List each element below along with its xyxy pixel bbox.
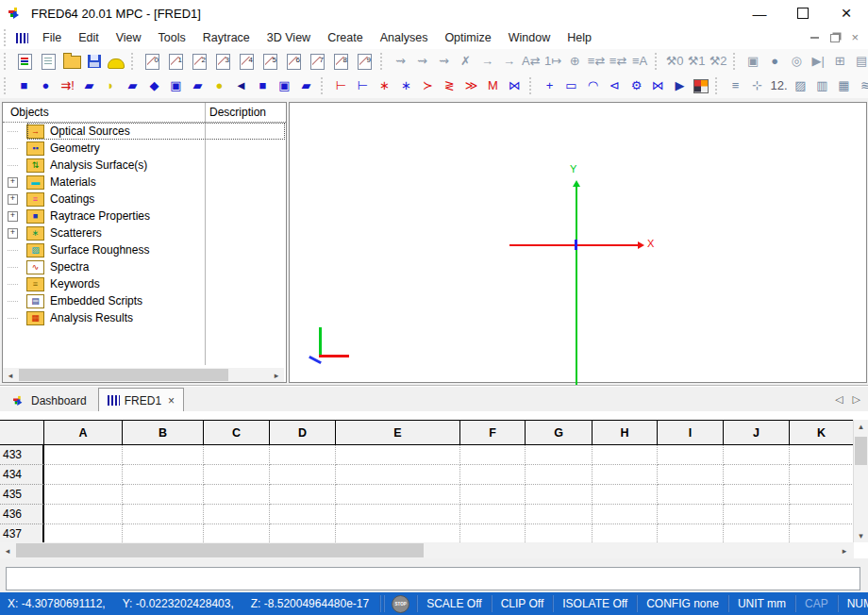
menu-create[interactable]: Create xyxy=(319,28,372,47)
row-header-433[interactable]: 433 xyxy=(0,445,44,465)
sheet-cell-e435[interactable] xyxy=(336,485,460,505)
status-toggle-scale-off[interactable]: SCALE Off xyxy=(419,597,489,610)
sheet-cell-j434[interactable] xyxy=(724,465,790,485)
create-halflens-icon[interactable]: ◗ xyxy=(100,75,122,96)
sheet-cell-d433[interactable] xyxy=(270,445,336,465)
mdi-close-button[interactable]: × xyxy=(851,33,859,42)
sheet-cell-g433[interactable] xyxy=(526,445,593,465)
tab-scroll-right-icon[interactable]: ▷ xyxy=(853,393,860,406)
sheet-cell-c437[interactable] xyxy=(204,524,270,544)
row-header-434[interactable]: 434 xyxy=(0,465,44,485)
delete-rays-icon[interactable]: ✗ xyxy=(455,51,476,72)
row-header-435[interactable]: 435 xyxy=(0,485,44,505)
comb-chart-icon[interactable]: ▥ xyxy=(811,75,833,96)
ray-plane-blue-icon[interactable]: ⊢ xyxy=(352,75,374,96)
ray-summary-list-icon[interactable]: ≡A xyxy=(629,51,651,72)
tree-item-keywords[interactable]: ≡Keywords xyxy=(3,275,286,292)
open-file-icon[interactable] xyxy=(63,56,81,69)
expand-icon[interactable]: + xyxy=(8,228,18,239)
sheet-vscroll-thumb[interactable] xyxy=(855,437,867,465)
sheet-cell-f436[interactable] xyxy=(460,505,526,524)
create-source-rays-icon[interactable]: ⇉! xyxy=(57,75,78,96)
sheet-hscroll-thumb[interactable] xyxy=(16,543,424,557)
sheet-cell-i433[interactable] xyxy=(658,445,724,465)
create-tube-icon[interactable]: ▰ xyxy=(295,75,317,96)
dart-tool-icon[interactable]: ▶ xyxy=(669,75,691,96)
raytrace-level-0-icon[interactable]: 0 xyxy=(145,54,159,70)
sheet-cell-h434[interactable] xyxy=(593,465,658,485)
ray-fan-red-icon[interactable]: ∗ xyxy=(374,75,395,96)
close-button[interactable]: × xyxy=(825,0,868,26)
raytrace-level-4-icon[interactable]: 4 xyxy=(240,54,254,70)
scroll-up-icon[interactable]: ▴ xyxy=(854,422,868,431)
ray-cross-icon[interactable]: ≫ xyxy=(460,75,482,96)
mdi-minimize-button[interactable] xyxy=(810,37,819,39)
menu-tools[interactable]: Tools xyxy=(150,28,194,47)
sheet-cell-k434[interactable] xyxy=(790,465,854,485)
menu-file[interactable]: File xyxy=(34,28,70,47)
menu-view[interactable]: View xyxy=(108,28,150,47)
fan-tool-icon[interactable]: ⊲ xyxy=(604,75,626,96)
status-toggle-config-none[interactable]: CONFIG none xyxy=(639,597,726,610)
menu-optimize[interactable]: Optimize xyxy=(436,28,499,47)
single-step-ray-icon[interactable]: 1↦ xyxy=(542,51,564,72)
sheet-cell-j433[interactable] xyxy=(724,445,790,465)
trace-and-render-icon[interactable]: ⇝ xyxy=(411,51,433,72)
twist-tool-icon[interactable]: ⋈ xyxy=(647,75,669,96)
sheet-cell-a436[interactable] xyxy=(44,505,123,524)
sheet-cell-b437[interactable] xyxy=(123,524,204,544)
sheet-cell-k435[interactable] xyxy=(790,485,854,505)
sheet-cell-i434[interactable] xyxy=(658,465,724,485)
menu-help[interactable]: Help xyxy=(559,28,600,47)
column-header-h[interactable]: H xyxy=(593,421,658,444)
tree-item-geometry[interactable]: ▪▪Geometry xyxy=(3,140,286,157)
create-plane-icon[interactable]: ■ xyxy=(13,75,35,96)
column-header-j[interactable]: J xyxy=(724,421,790,444)
sheet-cell-c434[interactable] xyxy=(204,465,270,485)
raytrace-level-8-icon[interactable]: 8 xyxy=(334,54,348,70)
sheet-cell-j437[interactable] xyxy=(724,524,790,544)
sheet-cell-b433[interactable] xyxy=(123,445,204,465)
tree-item-coatings[interactable]: +≡Coatings xyxy=(3,191,286,208)
texture-fill-icon[interactable]: ▨ xyxy=(790,75,811,96)
sheet-cell-a433[interactable] xyxy=(44,445,123,465)
new-script-document-icon[interactable] xyxy=(42,54,56,70)
digits-display-icon[interactable]: 12. xyxy=(768,75,790,96)
create-prism-icon[interactable]: ◆ xyxy=(143,75,165,96)
tab-dashboard[interactable]: Dashboard xyxy=(3,390,95,412)
column-header-b[interactable]: B xyxy=(123,421,204,444)
tree-item-surface-roughness[interactable]: ▨Surface Roughness xyxy=(3,241,286,258)
expand-icon[interactable]: + xyxy=(8,194,18,205)
sheet-cell-e433[interactable] xyxy=(336,445,460,465)
sheet-cell-e434[interactable] xyxy=(336,465,460,485)
rectangle-tool-icon[interactable]: ▭ xyxy=(560,75,582,96)
sheet-cell-h435[interactable] xyxy=(593,485,658,505)
create-cone-icon[interactable]: ◄ xyxy=(230,75,252,96)
tool-hammer-2-icon[interactable]: ⚒2 xyxy=(708,51,729,72)
column-header-i[interactable]: I xyxy=(658,421,724,444)
tree-horizontal-scrollbar[interactable]: ◂ ▸ xyxy=(3,368,284,382)
list-view-icon[interactable]: ≡ xyxy=(725,75,746,96)
sheet-cell-f435[interactable] xyxy=(460,485,526,505)
ray-plane-red-icon[interactable]: ⊢ xyxy=(330,75,352,96)
raytrace-level-1-icon[interactable]: 1 xyxy=(169,54,183,70)
sheet-cell-g436[interactable] xyxy=(526,505,593,524)
objects-column-header[interactable]: Objects xyxy=(10,106,49,119)
fit-view-icon[interactable]: ⊞ xyxy=(829,51,851,72)
sheet-cell-k433[interactable] xyxy=(790,445,854,465)
menu-window[interactable]: Window xyxy=(500,28,559,47)
expand-icon[interactable]: + xyxy=(8,177,18,188)
sheet-vertical-scrollbar[interactable]: ▴ ▾ xyxy=(853,420,868,542)
stop-raytrace-button[interactable]: STOP xyxy=(392,595,409,613)
row-header-436[interactable]: 436 xyxy=(0,505,44,524)
sheet-cell-g434[interactable] xyxy=(526,465,593,485)
create-rod-icon[interactable]: ▰ xyxy=(122,75,143,96)
sheet-cell-b436[interactable] xyxy=(123,505,204,524)
sheet-cell-j435[interactable] xyxy=(724,485,790,505)
scroll-right-icon[interactable]: ▸ xyxy=(269,371,284,380)
scroll-down-icon[interactable]: ▾ xyxy=(854,531,868,540)
tab-scroll-left-icon[interactable]: ◁ xyxy=(835,393,843,406)
trace-existing-rays-icon[interactable]: ⇝ xyxy=(390,51,411,72)
raytrace-level-5-icon[interactable]: 5 xyxy=(263,54,277,70)
retrace-rays-icon[interactable]: ⇝ xyxy=(433,51,455,72)
